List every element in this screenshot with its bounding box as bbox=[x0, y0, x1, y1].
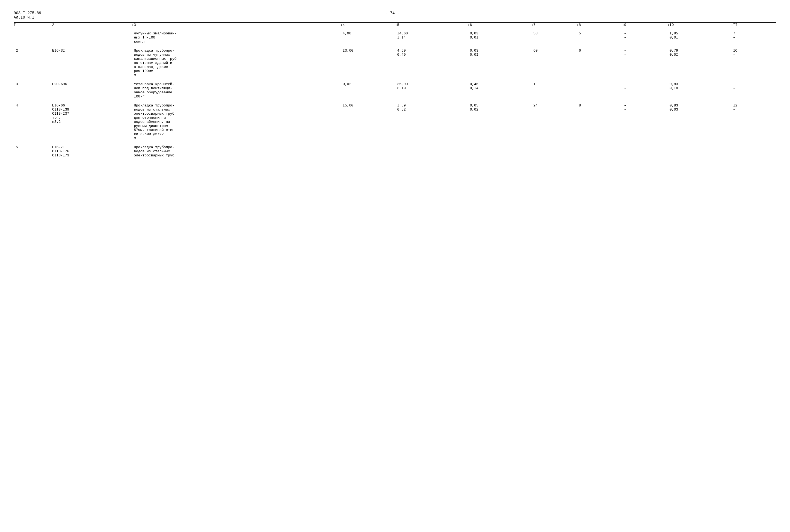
col-header-4: :4 bbox=[340, 23, 395, 27]
cell-col7 bbox=[531, 144, 577, 158]
cell-num bbox=[14, 30, 50, 45]
cell-num: 5 bbox=[14, 144, 50, 158]
cell-desc: Прокладка трубопро- водов из чугунных ка… bbox=[132, 48, 340, 78]
cell-col9: – – bbox=[622, 30, 667, 45]
header-area: 903-I-275.89 Ал.I9 ч.I - 74 - bbox=[14, 11, 776, 20]
table-row: 2 EI6-3I Прокладка трубопро- водов из чу… bbox=[14, 48, 776, 78]
cell-col6 bbox=[468, 144, 531, 158]
cell-col10: 0,83 0,03 bbox=[667, 102, 731, 141]
cell-col7: I bbox=[531, 81, 577, 100]
cell-unit: I3,00 bbox=[340, 48, 395, 78]
cell-unit bbox=[340, 144, 395, 158]
cell-col8: 6 bbox=[577, 48, 622, 78]
table-row: 4 EI6-66 СII3-I39 СII3-I37 т.ч. п3.2 Про… bbox=[14, 102, 776, 141]
cell-col5: I,59 0,52 bbox=[395, 102, 468, 141]
cell-unit: 0,02 bbox=[340, 81, 395, 100]
cell-col6: 0,03 0,0I bbox=[468, 30, 531, 45]
col-header-8: :8 bbox=[577, 23, 622, 27]
cell-col6: 0,46 0,I4 bbox=[468, 81, 531, 100]
cell-code: EI6-3I bbox=[50, 48, 132, 78]
cell-desc: чугунных эмалирован- ных ТП-I00 компл bbox=[132, 30, 340, 45]
cell-col6: 0,05 0,02 bbox=[468, 102, 531, 141]
spacer-row bbox=[14, 78, 776, 81]
col-header-5: :5 bbox=[395, 23, 468, 27]
cell-col11: 7 – bbox=[731, 30, 776, 45]
cell-col8: – bbox=[577, 81, 622, 100]
cell-col11: – – bbox=[731, 81, 776, 100]
col-header-1: I bbox=[14, 23, 50, 27]
cell-col9 bbox=[622, 144, 667, 158]
cell-col9: – – bbox=[622, 81, 667, 100]
cell-col9: – – bbox=[622, 102, 667, 141]
cell-code: E20-696 bbox=[50, 81, 132, 100]
spacer-row bbox=[14, 141, 776, 144]
col-header-3: :3 bbox=[132, 23, 340, 27]
spacer-row bbox=[14, 45, 776, 48]
cell-col8: 8 bbox=[577, 102, 622, 141]
cell-num: 3 bbox=[14, 81, 50, 100]
cell-code bbox=[50, 30, 132, 45]
cell-col8: 5 bbox=[577, 30, 622, 45]
col-header-9: :9 bbox=[622, 23, 667, 27]
main-table-wrapper: I :2 :3 :4 :5 :6 :7 :8 :9 :IO :II bbox=[14, 22, 776, 158]
cell-desc: Установка кронштей- нов под вентиляци- о… bbox=[132, 81, 340, 100]
cell-col5: I4,60 I,I4 bbox=[395, 30, 468, 45]
cell-col11: IO – bbox=[731, 48, 776, 78]
col-header-7: :7 bbox=[531, 23, 577, 27]
cell-desc: Прокладка трубопро- водов из стальных эл… bbox=[132, 102, 340, 141]
spacer-after-header bbox=[14, 27, 776, 30]
col-header-10: :IO bbox=[667, 23, 731, 27]
cell-col5: 4,59 0,49 bbox=[395, 48, 468, 78]
cell-num: 2 bbox=[14, 48, 50, 78]
cell-col5 bbox=[395, 144, 468, 158]
cell-col7: 24 bbox=[531, 102, 577, 141]
cell-col10: I,85 0,0I bbox=[667, 30, 731, 45]
cell-col11 bbox=[731, 144, 776, 158]
col-header-11: :II bbox=[731, 23, 776, 27]
table-header-row: I :2 :3 :4 :5 :6 :7 :8 :9 :IO :II bbox=[14, 23, 776, 27]
cell-col5: 35,90 6,I0 bbox=[395, 81, 468, 100]
cell-num: 4 bbox=[14, 102, 50, 141]
cell-col7: 60 bbox=[531, 48, 577, 78]
cell-col8 bbox=[577, 144, 622, 158]
spacer-row bbox=[14, 100, 776, 102]
table-row: 3 E20-696 Установка кронштей- нов под ве… bbox=[14, 81, 776, 100]
cell-col6: 0,03 0,0I bbox=[468, 48, 531, 78]
cell-unit: 4,00 bbox=[340, 30, 395, 45]
main-table: I :2 :3 :4 :5 :6 :7 :8 :9 :IO :II bbox=[14, 22, 776, 158]
cell-unit: I5,00 bbox=[340, 102, 395, 141]
cell-col10: 0,79 0,0I bbox=[667, 48, 731, 78]
doc-number: 903-I-275.89 Ал.I9 ч.I bbox=[14, 11, 41, 20]
cell-col9: – – bbox=[622, 48, 667, 78]
cell-col7: 58 bbox=[531, 30, 577, 45]
page-number: - 74 - bbox=[41, 11, 744, 15]
cell-col10 bbox=[667, 144, 731, 158]
col-header-6: :6 bbox=[468, 23, 531, 27]
table-row: чугунных эмалирован- ных ТП-I00 компл 4,… bbox=[14, 30, 776, 45]
cell-code: EI6-7I СII3-I76 СII3-I73 bbox=[50, 144, 132, 158]
col-header-2: :2 bbox=[50, 23, 132, 27]
cell-code: EI6-66 СII3-I39 СII3-I37 т.ч. п3.2 bbox=[50, 102, 132, 141]
cell-desc: Прокладка трубопро- водов из стальных эл… bbox=[132, 144, 340, 158]
table-row: 5 EI6-7I СII3-I76 СII3-I73 Прокладка тру… bbox=[14, 144, 776, 158]
cell-col10: 9,83 0,I8 bbox=[667, 81, 731, 100]
cell-col11: I2 – bbox=[731, 102, 776, 141]
